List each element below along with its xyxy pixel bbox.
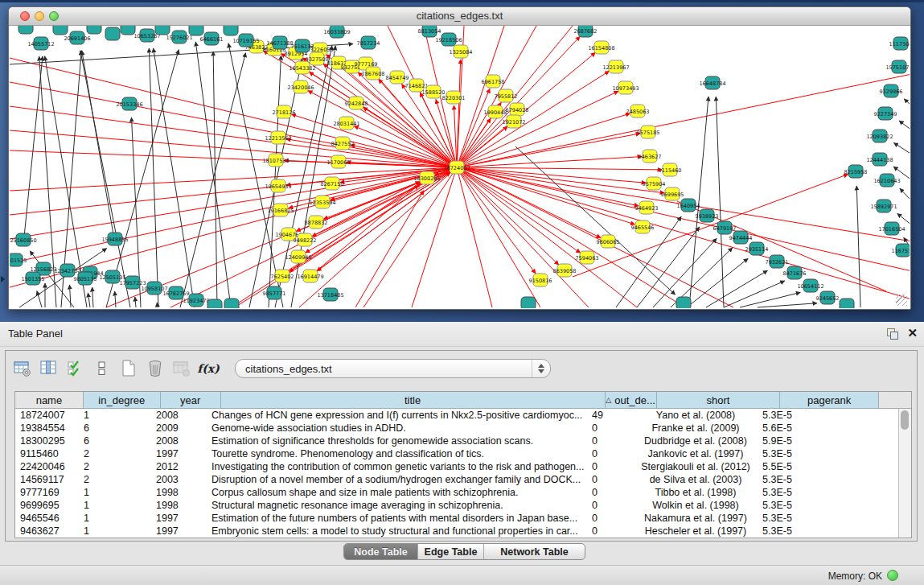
table-row[interactable]: 1938455462009Genome-wide association stu… (15, 422, 911, 435)
scrollbar-thumb[interactable] (901, 410, 909, 430)
graph-node[interactable]: 9699695 (661, 187, 684, 200)
graph-node[interactable]: 9463627 (639, 150, 662, 163)
column-header-out-de-[interactable]: △out_de... (606, 392, 657, 409)
graph-node[interactable] (521, 297, 536, 308)
graph-node[interactable] (207, 299, 222, 308)
graph-node[interactable]: 2687682 (574, 26, 598, 37)
graph-node[interactable]: 8427552 (331, 137, 355, 150)
table-select-dropdown[interactable]: citations_edges.txt (235, 359, 551, 378)
column-header-pagerank[interactable]: pagerank (780, 392, 879, 409)
graph-node[interactable]: 9115460 (659, 163, 682, 176)
graph-node[interactable]: 9150816 (529, 274, 552, 286)
graph-node[interactable] (224, 299, 239, 308)
network-canvas[interactable]: 1872400718300295746382281601288912954232… (10, 26, 910, 308)
graph-node[interactable]: 12444138 (866, 153, 893, 166)
graph-node[interactable]: 13718485 (317, 288, 343, 301)
graph-node[interactable]: 6794028 (506, 103, 529, 116)
function-builder-button[interactable]: f(x) (198, 358, 219, 379)
select-rows-icon[interactable] (65, 358, 86, 379)
window-titlebar[interactable]: citations_edges.txt (9, 7, 910, 26)
graph-node[interactable]: 16154808 (588, 41, 614, 54)
graph-node[interactable]: 10654112 (797, 279, 823, 292)
graph-node[interactable]: 8267150 (321, 177, 344, 190)
graph-node[interactable]: 18107534 (262, 154, 289, 167)
graph-node[interactable]: 7857234 (357, 36, 380, 49)
graph-node[interactable]: 14055712 (27, 37, 54, 50)
graph-node[interactable]: 7485063 (626, 105, 650, 117)
graph-node[interactable] (87, 26, 101, 34)
tab-node-table[interactable]: Node Table (344, 544, 418, 559)
graph-node[interactable]: 16210643 (873, 174, 900, 187)
table-settings-icon[interactable] (12, 358, 33, 379)
splitter-arrow-icon[interactable] (1, 276, 5, 282)
graph-node[interactable] (676, 297, 691, 308)
graph-node[interactable]: 1990448 (484, 105, 507, 118)
graph-node[interactable]: 8639058 (553, 264, 577, 277)
graph-node[interactable]: 28031441 (333, 117, 359, 130)
graph-node[interactable] (121, 26, 135, 35)
graph-node[interactable] (155, 26, 170, 35)
graph-node[interactable]: 15892971 (870, 200, 897, 212)
float-panel-icon[interactable] (887, 328, 898, 340)
graph-node[interactable]: 9129966 (880, 84, 903, 97)
graph-node[interactable] (840, 299, 854, 308)
graph-node[interactable] (53, 26, 68, 35)
graph-node[interactable]: 12213967 (602, 60, 629, 73)
column-header-short[interactable]: short (657, 392, 781, 409)
tab-edge-table[interactable]: Edge Table (418, 544, 484, 559)
graph-node[interactable] (105, 27, 120, 40)
graph-node[interactable]: 5101525 (10, 253, 27, 266)
column-header-year[interactable]: year (161, 392, 221, 409)
graph-node[interactable]: 16648784 (699, 76, 725, 89)
graph-node[interactable]: 1167533 (892, 244, 910, 257)
graph-node[interactable]: 12093822 (866, 130, 893, 142)
table-row[interactable]: 977716911998Corpus callosum shape and si… (15, 486, 911, 499)
graph-node[interactable] (224, 26, 238, 35)
new-file-icon[interactable] (118, 358, 139, 379)
graph-node[interactable]: 9575904 (643, 177, 666, 190)
column-header-in-degree[interactable]: in_degree (84, 392, 161, 409)
graph-node[interactable]: 16914479 (297, 270, 323, 282)
graph-node[interactable]: 8471676 (783, 266, 807, 279)
graph-node[interactable]: 9465546 (631, 220, 655, 233)
graph-node[interactable]: 15751074 (885, 60, 910, 73)
table-row[interactable]: 969969511998Structural magnetic resonanc… (15, 499, 911, 512)
graph-node[interactable]: 9245652 (816, 291, 840, 304)
graph-node[interactable]: 7625402 (271, 270, 294, 282)
graph-node[interactable]: 9857771 (263, 286, 286, 299)
graph-node[interactable]: 6961758 (482, 75, 505, 88)
row-height-icon[interactable] (92, 358, 113, 379)
graph-node[interactable] (18, 26, 33, 34)
graph-node[interactable]: 9474444 (729, 231, 753, 244)
graph-node[interactable]: 9606065 (597, 235, 620, 248)
graph-node[interactable]: 9575185 (637, 126, 660, 138)
graph-node[interactable] (189, 26, 203, 35)
table-row[interactable]: 911546021997Tourette syndrome. Phenomeno… (15, 447, 911, 460)
column-header-title[interactable]: title (221, 392, 606, 409)
delete-trash-icon[interactable] (145, 358, 166, 379)
select-column-icon[interactable] (39, 358, 60, 379)
graph-node[interactable]: 9227349 (874, 107, 897, 120)
close-panel-icon[interactable]: ✕ (907, 325, 918, 341)
graph-node[interactable]: 12213563 (265, 131, 291, 144)
graph-node[interactable]: 19654935 (265, 179, 291, 192)
graph-node[interactable]: 19218506 (435, 33, 462, 46)
resize-grip[interactable] (896, 295, 907, 306)
graph-node[interactable]: 2935114 (745, 242, 769, 255)
table-row[interactable]: 1872400712008Changes of HCN gene express… (15, 409, 911, 422)
column-header-name[interactable]: name (15, 392, 84, 409)
graph-node[interactable]: 1325084 (450, 45, 473, 58)
table-row[interactable]: 1456911722003Disruption of a novel membe… (15, 473, 911, 486)
graph-node[interactable]: 1117304 (889, 37, 910, 50)
graph-node[interactable]: 20153346 (116, 97, 142, 110)
graph-node[interactable]: 5938923 (696, 209, 719, 222)
graph-node[interactable]: 8220301 (442, 91, 466, 104)
table-row[interactable]: 946554611997Estimation of the future num… (15, 512, 911, 525)
table-vertical-scrollbar[interactable] (898, 409, 911, 538)
graph-node[interactable]: 8813054 (418, 26, 441, 37)
network-view-window[interactable]: citations_edges.txt 18724007183002957463… (8, 6, 911, 310)
graph-node[interactable]: 16033809 (323, 26, 350, 38)
graph-node[interactable]: 8215958 (844, 165, 868, 178)
graph-node[interactable]: 7955812 (495, 89, 518, 102)
graph-node[interactable]: 7932621 (766, 255, 789, 268)
